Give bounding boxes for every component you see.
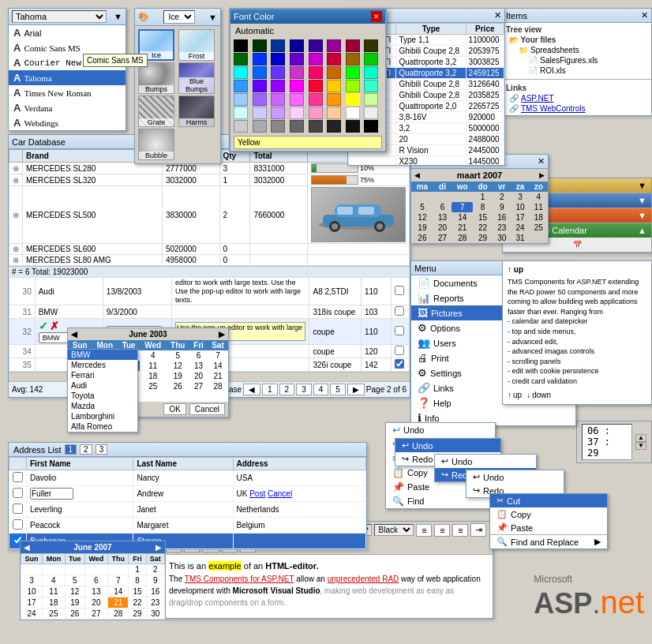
btn-align-left[interactable]: ≡ bbox=[416, 524, 432, 537]
cal-day[interactable]: 19 bbox=[411, 223, 433, 233]
ice-select[interactable]: Ice bbox=[163, 10, 195, 24]
font-list-item[interactable]: AWebdings bbox=[9, 115, 126, 130]
dp-day[interactable]: 18 bbox=[140, 371, 166, 381]
ic-day[interactable]: 25 bbox=[42, 608, 65, 620]
dp-day[interactable]: 6 bbox=[189, 350, 208, 361]
color-cell[interactable] bbox=[253, 53, 267, 66]
color-cell[interactable] bbox=[253, 66, 267, 79]
page-next[interactable]: ▶ bbox=[347, 384, 365, 395]
dp-day[interactable]: 25 bbox=[140, 381, 166, 391]
cal-day[interactable]: 10 bbox=[511, 202, 529, 212]
tree-item-spreadsheets[interactable]: 📁 Spreadsheets bbox=[515, 45, 648, 55]
flyout-down-arrow[interactable]: ↓ bbox=[526, 390, 530, 401]
row-checkbox[interactable] bbox=[13, 488, 23, 498]
color-cell[interactable] bbox=[364, 53, 378, 66]
cal-day[interactable]: 9 bbox=[493, 202, 511, 212]
undo-cascade4-copy[interactable]: 📋 Copy bbox=[490, 507, 607, 521]
color-cell[interactable] bbox=[253, 107, 267, 119]
first-name-input[interactable] bbox=[30, 488, 73, 500]
color-cell[interactable] bbox=[364, 93, 378, 106]
tree-item-aspnet[interactable]: 🔗 ASP.NET bbox=[506, 93, 648, 103]
dropdown-item[interactable]: Audi bbox=[68, 380, 137, 391]
dp-day[interactable]: 28 bbox=[208, 381, 228, 391]
undo-cascade2-undo[interactable]: ↩ Undo bbox=[435, 455, 536, 468]
cal-day[interactable]: 28 bbox=[452, 233, 473, 243]
color-cell[interactable] bbox=[346, 80, 360, 92]
btn-align-center[interactable]: ≡ bbox=[434, 524, 450, 537]
color-cell[interactable] bbox=[364, 80, 378, 92]
color-cell[interactable] bbox=[290, 53, 304, 66]
ic-day[interactable]: 14 bbox=[108, 586, 129, 597]
texture-item[interactable]: Blue Bumps bbox=[178, 62, 215, 94]
palette-close[interactable]: ▼ bbox=[208, 13, 217, 22]
ic-day[interactable]: 5 bbox=[65, 575, 84, 586]
cal-day[interactable]: 14 bbox=[452, 212, 473, 223]
texture-item[interactable]: Bubble bbox=[138, 129, 174, 160]
brand-grid-close[interactable]: ✕ bbox=[494, 10, 501, 21]
cal-day[interactable]: 18 bbox=[530, 212, 548, 223]
cal-day[interactable]: 1 bbox=[473, 192, 493, 202]
color-cell[interactable] bbox=[346, 107, 360, 119]
undo-cascade4-find[interactable]: 🔍 Find and Replace ▶ bbox=[490, 535, 607, 549]
expand-icon[interactable]: ⊕ bbox=[13, 245, 19, 253]
cal-day[interactable]: 6 bbox=[433, 202, 452, 212]
cal-day[interactable]: 15 bbox=[473, 212, 493, 223]
ic-day[interactable]: 24 bbox=[21, 608, 43, 620]
color-cell[interactable] bbox=[234, 120, 248, 133]
color-cell[interactable] bbox=[253, 93, 267, 106]
color-cell[interactable] bbox=[309, 80, 323, 92]
cal-day[interactable]: 22 bbox=[473, 223, 493, 233]
ic-day[interactable]: 27 bbox=[84, 608, 107, 620]
dp-day[interactable]: 7 bbox=[208, 350, 228, 361]
ic-day[interactable]: 28 bbox=[108, 608, 129, 620]
cal-day[interactable]: 13 bbox=[433, 212, 452, 223]
color-cell[interactable] bbox=[271, 93, 285, 106]
cal-day[interactable]: 16 bbox=[493, 212, 511, 223]
flyout-nav[interactable]: ↑ up ↓ down bbox=[508, 390, 646, 401]
ic-day[interactable]: 11 bbox=[42, 586, 65, 597]
texture-item[interactable]: Frost bbox=[178, 29, 215, 61]
cal-day[interactable]: 3 bbox=[511, 192, 529, 202]
ic-day[interactable]: 7 bbox=[108, 575, 129, 586]
cal-day[interactable]: 21 bbox=[452, 223, 473, 233]
color-cell[interactable] bbox=[346, 53, 360, 66]
row-checkbox[interactable] bbox=[395, 359, 404, 369]
dropdown-item[interactable]: Lamborghini bbox=[68, 411, 137, 421]
color-cell[interactable] bbox=[327, 107, 341, 119]
color-cell[interactable] bbox=[327, 53, 341, 66]
btn-align-right[interactable]: ≡ bbox=[452, 524, 468, 537]
color-cell[interactable] bbox=[327, 39, 341, 52]
address-tab-1[interactable]: 1 bbox=[65, 444, 77, 455]
dp-day[interactable]: 19 bbox=[166, 371, 189, 381]
ic-day[interactable]: 26 bbox=[65, 608, 84, 620]
texture-item[interactable]: Grate bbox=[138, 95, 174, 127]
ic-day[interactable]: 9 bbox=[146, 575, 164, 586]
undo-cascade4-paste[interactable]: 📌 Paste bbox=[490, 521, 607, 534]
page-1[interactable]: 1 bbox=[262, 384, 278, 395]
color-cell[interactable] bbox=[309, 66, 323, 79]
font-list-item[interactable]: ATahoma bbox=[9, 70, 126, 85]
edit-confirm[interactable]: ✓ bbox=[39, 320, 48, 332]
cal-next-btn[interactable]: ▶ bbox=[219, 330, 225, 339]
btn-indent[interactable]: ⇥ bbox=[470, 523, 486, 537]
row-checkbox[interactable] bbox=[13, 519, 23, 530]
ic-day[interactable]: 15 bbox=[129, 586, 146, 597]
cal-day[interactable]: 2 bbox=[493, 192, 511, 202]
cal-day[interactable]: 27 bbox=[433, 233, 452, 243]
page-5[interactable]: 5 bbox=[330, 384, 346, 395]
ic-day[interactable]: 2 bbox=[146, 564, 164, 575]
page-4[interactable]: 4 bbox=[313, 384, 329, 395]
cal-prev-btn[interactable]: ◀ bbox=[71, 330, 77, 339]
color-cell[interactable] bbox=[364, 120, 378, 133]
undo-cascade3-undo[interactable]: ↩ Undo bbox=[467, 470, 564, 484]
ic-day[interactable]: 1 bbox=[129, 564, 146, 575]
cal-day[interactable]: 30 bbox=[493, 233, 511, 243]
cal-day[interactable]: 7 bbox=[452, 202, 473, 212]
row-checkbox[interactable] bbox=[395, 326, 404, 335]
cal-day[interactable]: 8 bbox=[473, 202, 493, 212]
post-link[interactable]: Post bbox=[249, 489, 265, 498]
dropdown-item[interactable]: Ferrari bbox=[68, 370, 137, 380]
dropdown-item[interactable]: Mercedes bbox=[68, 360, 137, 370]
ic-day[interactable]: 10 bbox=[21, 586, 43, 597]
color-cell[interactable] bbox=[271, 39, 285, 52]
